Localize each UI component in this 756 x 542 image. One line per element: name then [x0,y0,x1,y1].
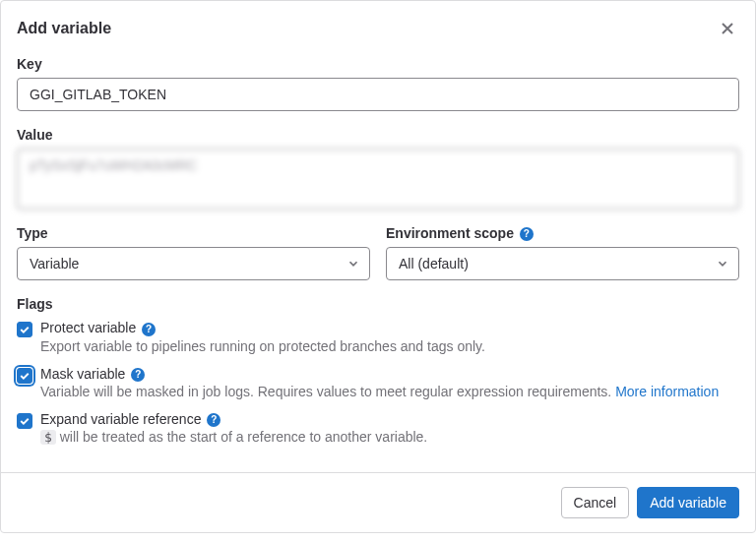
cancel-button[interactable]: Cancel [561,487,630,518]
expand-checkbox[interactable] [17,413,32,429]
type-select[interactable]: Variable [17,247,370,280]
protect-label-text: Protect variable [40,320,136,335]
scope-label: Environment scope ? [386,225,739,241]
expand-label[interactable]: Expand variable reference ? [40,411,220,427]
dollar-code: $ [40,430,56,445]
mask-checkbox[interactable] [17,368,32,384]
modal-title: Add variable [17,20,111,37]
mask-label-text: Mask variable [40,366,125,382]
scope-select[interactable]: All (default) [386,247,739,280]
help-icon[interactable]: ? [207,413,220,427]
scope-label-text: Environment scope [386,225,514,241]
close-button[interactable] [716,17,739,40]
flag-expand: Expand variable reference ? $ will be tr… [17,411,739,445]
type-select-wrap: Variable [17,247,370,280]
type-label: Type [17,225,370,241]
type-group: Type Variable [17,225,370,280]
submit-button[interactable]: Add variable [637,487,739,518]
mask-desc-text: Variable will be masked in job logs. Req… [40,384,611,399]
value-label: Value [17,127,739,143]
modal-header: Add variable [17,17,739,40]
value-group: Value pTySxSjFu7uWH2A0cMRC [17,127,739,210]
protect-label[interactable]: Protect variable ? [40,320,156,335]
protect-checkbox[interactable] [17,322,32,337]
flag-expand-content: Expand variable reference ? $ will be tr… [40,411,739,445]
expand-label-text: Expand variable reference [40,411,201,427]
help-icon[interactable]: ? [520,227,534,241]
flags-section: Flags Protect variable ? Export variable… [17,296,739,445]
help-icon[interactable]: ? [142,323,156,336]
modal-body: Add variable Key Value pTySxSjFu7uWH2A0c… [1,1,755,472]
mask-more-info-link[interactable]: More information [615,384,719,399]
scope-group: Environment scope ? All (default) [386,225,739,280]
flag-protect-content: Protect variable ? Export variable to pi… [40,320,739,353]
scope-select-wrap: All (default) [386,247,739,280]
modal-footer: Cancel Add variable [1,472,755,532]
help-icon[interactable]: ? [131,368,145,382]
flag-mask-content: Mask variable ? Variable will be masked … [40,366,739,399]
type-scope-row: Type Variable Environment scope ? All (d… [17,225,739,280]
key-label: Key [17,56,739,72]
flag-protect: Protect variable ? Export variable to pi… [17,320,739,353]
key-group: Key [17,56,739,111]
add-variable-modal: Add variable Key Value pTySxSjFu7uWH2A0c… [0,0,756,533]
flag-mask: Mask variable ? Variable will be masked … [17,366,739,399]
expand-desc: $ will be treated as the start of a refe… [40,429,739,445]
expand-desc-text: will be treated as the start of a refere… [56,429,427,445]
value-input[interactable]: pTySxSjFu7uWH2A0cMRC [17,149,739,210]
key-input[interactable] [17,78,739,111]
close-icon [720,21,735,36]
flags-title: Flags [17,296,739,312]
protect-desc: Export variable to pipelines running on … [40,338,739,354]
mask-desc: Variable will be masked in job logs. Req… [40,384,739,399]
mask-label[interactable]: Mask variable ? [40,366,145,382]
